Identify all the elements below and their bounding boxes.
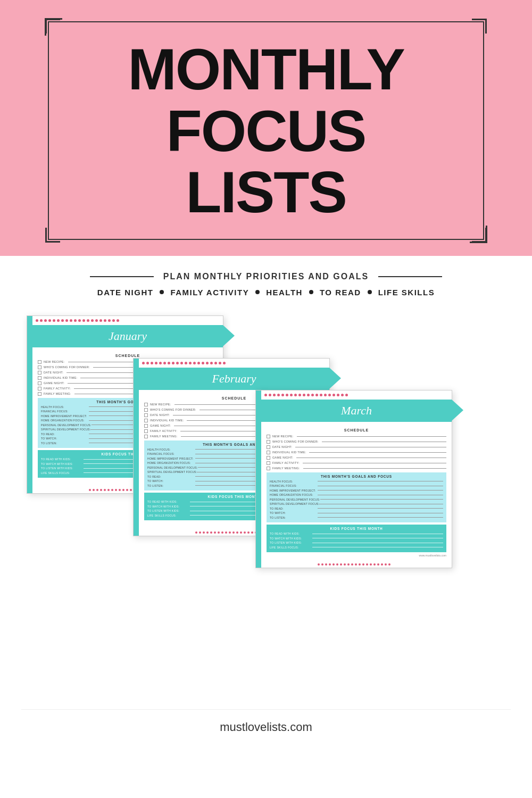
dot-jan-9 <box>70 319 72 322</box>
feb-cb-5[interactable] <box>144 429 148 433</box>
category-health: HEALTH <box>266 288 303 297</box>
jan-goal-label-8: TO LISTEN: <box>41 442 89 445</box>
feb-goal-label-6: TO READ: <box>147 475 195 478</box>
jan-cb-1[interactable] <box>38 365 41 369</box>
jan-cb-2[interactable] <box>38 371 41 375</box>
dot-jan-20 <box>117 319 119 322</box>
footer-website: mustlovelists.com <box>21 720 511 734</box>
category-to-read: TO READ <box>320 288 361 297</box>
dot-4 <box>368 290 372 294</box>
mar-cb-2[interactable] <box>267 445 270 449</box>
jan-cb-0[interactable] <box>38 360 41 364</box>
teal-bar-march <box>256 390 261 568</box>
mar-goal-6: TO READ: <box>270 507 443 510</box>
category-date-night: DATE NIGHT <box>97 288 154 297</box>
dot-jan-18 <box>108 319 111 322</box>
mar-cb-5[interactable] <box>267 461 270 465</box>
feb-goal-label-3: HOME ORGANIZATION FOCUS: <box>147 461 195 464</box>
jan-goal-label-7: TO WATCH: <box>41 437 89 440</box>
mar-goal-line-7 <box>318 513 443 513</box>
mar-schedule-header: SCHEDULE <box>267 428 446 432</box>
dot-jan-17 <box>104 319 106 322</box>
dots-top-january <box>27 316 223 325</box>
january-header: January <box>32 325 223 347</box>
dot-jan-14 <box>91 319 94 322</box>
mar-goal-label-3: HOME ORGANIZATION FOCUS: <box>270 493 318 496</box>
subtitle-text: PLAN MONTHLY PRIORITIES AND GOALS <box>163 272 369 281</box>
mar-cb-3[interactable] <box>267 451 270 454</box>
feb-cb-1[interactable] <box>144 408 148 412</box>
dot-jan-1 <box>36 319 38 322</box>
category-life-skills: LIFE SKILLS <box>378 288 435 297</box>
jan-kids-label-1: TO WATCH WITH KIDS: <box>41 462 84 466</box>
feb-goal-label-5: SPIRITUAL DEVELOPMENT FOCUS: <box>147 470 197 473</box>
dot-jan-16 <box>99 319 102 322</box>
feb-cb-6[interactable] <box>144 435 148 438</box>
mar-goal-line-4 <box>320 499 443 500</box>
dot-jan-12 <box>82 319 85 322</box>
dot-1 <box>160 290 164 294</box>
mar-field-1: WHO'S COMING FOR DINNER: <box>267 440 446 444</box>
feb-label-6: FAMILY MEETING: <box>150 435 178 438</box>
mar-cb-6[interactable] <box>267 467 270 470</box>
feb-cb-3[interactable] <box>144 419 148 422</box>
mar-cb-1[interactable] <box>267 440 270 444</box>
dot-jan-11 <box>78 319 81 322</box>
march-arrow <box>452 400 463 421</box>
feb-label-0: NEW RECIPE: <box>150 403 171 406</box>
teal-bar-february <box>134 359 139 536</box>
mar-goal-line-2 <box>318 490 443 491</box>
mar-kids-line-3 <box>312 547 443 547</box>
jan-kids-label-3: LIFE SKILLS FOCUS: <box>41 471 84 475</box>
mar-kids-2: TO LISTEN WITH KIDS: <box>270 541 443 544</box>
mar-goal-line-6 <box>318 508 443 509</box>
feb-label-3: INDIVIDUAL KID TIME: <box>150 419 184 422</box>
jan-cb-5[interactable] <box>38 387 41 390</box>
feb-goal-label-7: TO WATCH: <box>147 479 195 483</box>
mar-field-3: INDIVIDUAL KID TIME: <box>267 451 446 454</box>
footer-section: mustlovelists.com <box>21 709 511 747</box>
feb-cb-4[interactable] <box>144 424 148 428</box>
jan-cb-4[interactable] <box>38 381 41 385</box>
jan-label-0: NEW RECIPE: <box>44 360 65 363</box>
mar-goal-label-0: HEALTH FOCUS: <box>270 480 318 483</box>
dots-top-february <box>134 359 329 368</box>
feb-label-5: FAMILY ACTIVITY: <box>150 429 177 433</box>
white-section: PLAN MONTHLY PRIORITIES AND GOALS DATE N… <box>0 256 532 799</box>
jan-label-3: INDIVIDUAL KID TIME: <box>44 376 77 379</box>
mar-kids-0: TO READ WITH KIDS: <box>270 532 443 535</box>
mar-field-2: DATE NIGHT: <box>267 445 446 449</box>
mar-label-3: INDIVIDUAL KID TIME: <box>272 451 306 454</box>
feb-label-1: WHO'S COMING FOR DINNER: <box>150 408 196 411</box>
mar-line-1 <box>322 442 446 442</box>
mar-label-0: NEW RECIPE: <box>272 435 294 438</box>
mar-field-0: NEW RECIPE: <box>267 435 446 438</box>
feb-kids-label-2: TO LISTEN WITH KIDS: <box>147 509 190 512</box>
jan-cb-6[interactable] <box>38 392 41 396</box>
mar-goal-label-1: FINANCIAL FOCUS: <box>270 484 318 487</box>
mar-cb-0[interactable] <box>267 435 270 438</box>
dot-jan-2 <box>40 319 43 322</box>
feb-cb-0[interactable] <box>144 403 148 406</box>
jan-label-4: GAME NIGHT: <box>44 381 64 385</box>
feb-goal-label-0: HEALTH FOCUS: <box>147 448 195 451</box>
mar-goal-label-4: PERSONAL DEVELOPMENT FOCUS: <box>270 498 320 501</box>
feb-cb-2[interactable] <box>144 413 148 417</box>
jan-goal-label-3: HOME ORGANIZATION FOCUS: <box>41 419 89 422</box>
dot-jan-8 <box>65 319 68 322</box>
jan-goal-label-0: HEALTH FOCUS: <box>41 405 89 409</box>
jan-label-6: FAMILY MEETING: <box>44 392 71 395</box>
jan-cb-3[interactable] <box>38 376 41 380</box>
mar-cb-4[interactable] <box>267 456 270 460</box>
dots-top-march <box>256 390 452 400</box>
mar-kids-label-0: TO READ WITH KIDS: <box>270 532 312 535</box>
mar-line-4 <box>296 458 446 458</box>
january-arrow <box>223 325 235 346</box>
mar-goal-5: SPIRITUAL DEVELOPMENT FOCUS: <box>270 502 443 505</box>
january-schedule-header: SCHEDULE <box>38 354 218 358</box>
dot-jan-5 <box>53 319 55 322</box>
jan-label-1: WHO'S COMING FOR DINNER: <box>44 365 90 369</box>
mar-goal-label-5: SPIRITUAL DEVELOPMENT FOCUS: <box>270 502 319 505</box>
mar-kids-line-1 <box>312 538 443 538</box>
mar-goal-7: TO WATCH: <box>270 511 443 514</box>
